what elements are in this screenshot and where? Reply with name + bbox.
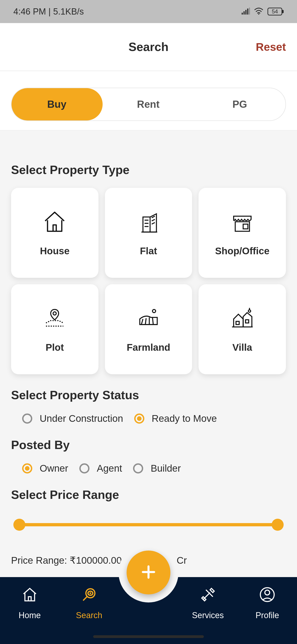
card-label: Villa [233, 342, 252, 353]
svg-point-23 [248, 310, 251, 312]
card-label: Shop/Office [215, 246, 270, 256]
add-button[interactable] [127, 550, 170, 594]
reset-button[interactable]: Reset [256, 40, 286, 53]
slider-track [17, 523, 280, 526]
property-type-plot[interactable]: Plot [11, 284, 98, 374]
radio-icon [133, 463, 143, 474]
shop-icon [230, 209, 255, 235]
posted-by-builder[interactable]: Builder [133, 463, 181, 474]
price-slider[interactable] [11, 518, 286, 532]
home-indicator [93, 635, 204, 638]
house-icon [42, 209, 67, 235]
radio-icon [79, 463, 89, 474]
radio-label: Ready to Move [152, 413, 217, 424]
plus-icon [140, 564, 157, 581]
status-bar: 4:46 PM | 5.1KB/s 54 [0, 0, 297, 23]
property-type-flat[interactable]: Flat [105, 188, 192, 278]
svg-point-32 [265, 590, 270, 595]
search-icon [81, 586, 97, 605]
svg-line-17 [141, 319, 143, 324]
property-type-grid: House Flat Shop/Office Plot Farmland [11, 188, 286, 374]
svg-line-12 [152, 222, 155, 224]
farmland-icon [136, 306, 161, 332]
posted-by-heading: Posted By [11, 438, 286, 452]
property-type-heading: Select Property Type [11, 163, 286, 177]
radio-label: Under Construction [40, 413, 123, 424]
status-time: 4:46 PM | 5.1KB/s [13, 7, 84, 16]
status-radio-group: Under Construction Ready to Move [11, 413, 286, 424]
category-segmented: Buy Rent PG [11, 88, 286, 121]
svg-line-11 [152, 220, 155, 221]
radio-label: Builder [151, 463, 181, 474]
nav-label: Search [76, 610, 102, 620]
svg-point-29 [90, 592, 91, 594]
nav-label: Home [19, 610, 41, 620]
page-title: Search [128, 40, 168, 54]
tab-pg[interactable]: PG [194, 88, 286, 120]
building-icon [136, 209, 161, 235]
posted-by-agent[interactable]: Agent [79, 463, 122, 474]
svg-rect-4 [249, 8, 250, 14]
svg-line-20 [152, 318, 153, 325]
posted-by-owner[interactable]: Owner [22, 463, 68, 474]
nav-search[interactable]: Search [59, 586, 119, 620]
fab-notch [118, 542, 179, 602]
svg-line-30 [83, 597, 87, 600]
property-type-farmland[interactable]: Farmland [105, 284, 192, 374]
svg-rect-22 [245, 320, 249, 323]
svg-rect-0 [242, 13, 243, 14]
status-under-construction[interactable]: Under Construction [22, 413, 123, 424]
tab-buy[interactable]: Buy [11, 88, 103, 120]
status-ready-to-move[interactable]: Ready to Move [134, 413, 217, 424]
villa-icon [230, 306, 255, 332]
svg-point-5 [258, 14, 260, 14]
svg-line-18 [145, 318, 146, 325]
radio-icon [22, 463, 32, 474]
svg-rect-13 [235, 222, 250, 231]
nav-label: Services [192, 610, 224, 620]
card-label: Plot [46, 342, 64, 353]
radio-label: Agent [97, 463, 122, 474]
property-type-shop[interactable]: Shop/Office [199, 188, 286, 278]
property-type-villa[interactable]: Villa [199, 284, 286, 374]
price-range-heading: Select Price Range [11, 488, 286, 502]
battery-icon: 54 [268, 8, 284, 16]
nav-services[interactable]: Services [178, 586, 238, 620]
property-type-house[interactable]: House [11, 188, 98, 278]
svg-rect-14 [243, 224, 248, 229]
profile-icon [259, 586, 276, 605]
category-segmented-wrapper: Buy Rent PG [0, 71, 297, 130]
svg-rect-3 [247, 8, 248, 14]
posted-by-radio-group: Owner Agent Builder [11, 463, 286, 474]
nav-profile[interactable]: Profile [238, 586, 297, 620]
property-status-heading: Select Property Status [11, 388, 286, 402]
radio-label: Owner [40, 463, 68, 474]
app-header: Search Reset [0, 23, 297, 71]
svg-rect-2 [245, 10, 247, 14]
svg-rect-21 [236, 322, 239, 325]
main-content: Select Property Type House Flat Shop/Off… [0, 130, 297, 610]
radio-icon [134, 414, 144, 424]
plot-icon [42, 306, 67, 332]
svg-point-16 [152, 310, 156, 313]
card-label: Flat [140, 246, 157, 256]
card-label: Farmland [127, 342, 170, 353]
signal-icon [242, 7, 250, 16]
slider-thumb-min[interactable] [13, 519, 25, 531]
status-right: 54 [242, 7, 284, 16]
home-icon [21, 586, 38, 605]
nav-home[interactable]: Home [0, 586, 59, 620]
wifi-icon [254, 7, 263, 16]
tab-rent[interactable]: Rent [103, 88, 194, 120]
svg-point-15 [53, 312, 56, 315]
svg-rect-6 [143, 217, 150, 232]
card-label: House [40, 246, 69, 256]
slider-thumb-max[interactable] [272, 519, 284, 531]
radio-icon [22, 414, 32, 424]
tools-icon [200, 586, 216, 605]
nav-label: Profile [256, 610, 279, 620]
svg-rect-1 [244, 11, 245, 14]
